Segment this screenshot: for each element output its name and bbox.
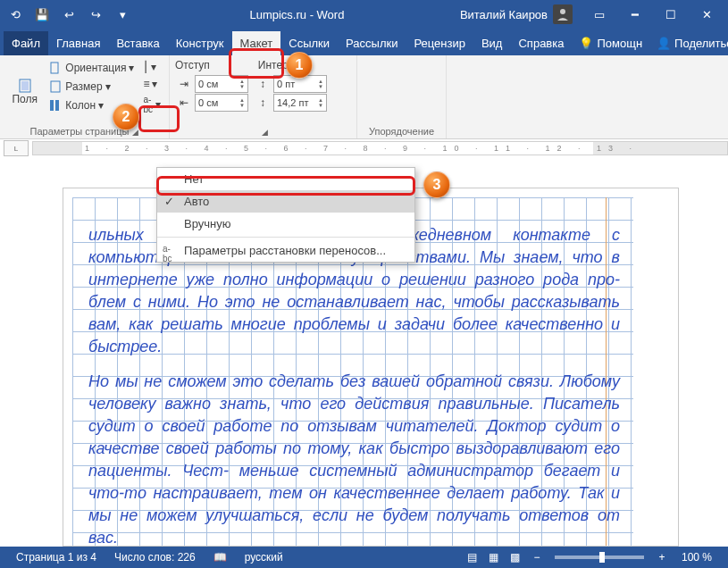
chevron-down-icon: ▾ [105,80,111,93]
paragraph-2: Но мы не сможем это сделать без вашей об… [88,371,620,547]
margins-icon [18,79,32,93]
indent-right-input[interactable]: 0 см▲▼ [195,94,248,112]
window-title: Lumpics.ru - Word [134,8,460,21]
tab-layout[interactable]: Макет [232,31,281,55]
space-before-icon: ↕ [254,78,272,90]
callout-3: 3 [423,171,450,198]
breaks-icon: ⎮ [143,61,148,73]
page-setup-label: Параметры страницы [30,126,130,137]
linenum-icon: ≡ [143,78,149,90]
columns-label: Колон [65,99,96,112]
svg-rect-5 [55,100,59,111]
space-after-icon: ↕ [254,96,272,109]
menu-auto[interactable]: ✓Авто [157,190,414,213]
view-print-icon[interactable]: ▦ [483,548,505,566]
minimize-icon[interactable]: ━ [617,0,653,29]
svg-rect-1 [21,81,29,90]
tell-me[interactable]: 💡Помощн [572,31,649,55]
paragraph-launcher[interactable]: ◢ [258,128,268,137]
bulb-icon: 💡 [579,37,593,50]
menu-options-label: Параметры расстановки переносов... [184,244,386,257]
orientation-button[interactable]: Ориентация▾ [46,59,137,77]
indent-right-value: 0 см [198,97,218,108]
arrange-label: Упорядочение [363,124,440,137]
callout-1: 1 [286,52,313,79]
tab-design[interactable]: Конструк [168,31,232,55]
hyphen-icon: a-bc [143,95,153,114]
tab-references[interactable]: Ссылки [280,31,338,55]
tab-insert[interactable]: Вставка [108,31,167,55]
menu-options[interactable]: a-bcПараметры расстановки переносов... [157,239,414,262]
user-name: Виталий Каиров [460,8,548,21]
chevron-down-icon: ▾ [98,99,104,112]
size-label: Размер [65,80,102,93]
margins-button[interactable]: Поля [5,59,44,124]
status-words[interactable]: Число слов: 226 [105,551,205,564]
chevron-down-icon: ▾ [129,62,134,74]
indent-right-icon: ⇤ [175,96,193,109]
tab-view[interactable]: Вид [473,31,511,55]
space-after-value: 14,2 пт [277,97,308,108]
share-icon: 👤 [657,37,671,50]
hyphenation-button[interactable]: a-bc▾ [140,93,163,116]
margins-label: Поля [12,93,38,105]
tell-label: Помощн [597,37,642,50]
undo-icon[interactable]: ↩ [57,3,80,26]
tab-selector[interactable]: L [4,140,29,156]
zoom-level[interactable]: 100 % [673,551,721,564]
svg-rect-4 [50,100,54,111]
orientation-label: Ориентация [65,62,126,74]
close-icon[interactable]: ✕ [689,0,724,29]
columns-icon [48,98,63,113]
tab-home[interactable]: Главная [48,31,108,55]
indent-left-input[interactable]: 0 см▲▼ [195,75,248,93]
hyphenation-menu: Нет ✓Авто Вручную a-bcПараметры расстано… [156,167,415,263]
tab-help[interactable]: Справка [510,31,572,55]
share-button[interactable]: 👤Поделиться [649,31,728,55]
hyphen-options-icon: a-bc [163,244,172,263]
tab-mailings[interactable]: Рассылки [338,31,406,55]
menu-manual-label: Вручную [184,217,230,230]
line-numbers-button[interactable]: ≡▾ [140,76,163,92]
tab-review[interactable]: Рецензир [406,31,473,55]
maximize-icon[interactable]: ☐ [653,0,689,29]
menu-none-label: Нет [184,172,204,186]
autosave-icon[interactable]: ⟲ [4,3,27,26]
zoom-out-icon[interactable]: − [526,548,548,566]
indent-left-value: 0 см [198,79,218,89]
status-proof[interactable]: 📖 [205,551,236,564]
ribbon-options-icon[interactable]: ▭ [582,0,617,29]
zoom-in-icon[interactable]: + [651,548,673,566]
redo-icon[interactable]: ↪ [84,3,107,26]
document-text[interactable]: ильных идей помогать вам в ежедневном ко… [88,224,620,547]
view-web-icon[interactable]: ▩ [505,548,526,566]
zoom-slider[interactable] [555,555,644,559]
qat-customize-icon[interactable]: ▾ [111,3,134,26]
tab-file[interactable]: Файл [4,31,48,55]
breaks-button[interactable]: ⎮▾ [140,59,163,75]
status-page[interactable]: Страница 1 из 4 [7,551,105,564]
share-label: Поделиться [674,37,728,50]
orientation-icon [48,61,63,75]
view-read-icon[interactable]: ▤ [462,548,483,566]
menu-auto-label: Авто [184,195,209,208]
save-icon[interactable]: 💾 [30,3,54,26]
check-icon: ✓ [164,195,174,208]
avatar[interactable] [553,4,573,24]
menu-none[interactable]: Нет [157,168,414,190]
space-before-value: 0 пт [277,79,295,89]
size-button[interactable]: Размер▾ [46,78,137,96]
svg-rect-2 [51,63,58,73]
callout-2: 2 [113,104,139,130]
size-icon [48,79,63,94]
indent-left-icon: ⇥ [175,78,193,90]
indent-header: Отступ [175,59,210,71]
horizontal-ruler[interactable]: 1 · 2 · 3 · 4 · 5 · 6 · 7 · 8 · 9 · 10 ·… [32,141,728,155]
svg-rect-3 [51,81,60,92]
menu-manual[interactable]: Вручную [157,213,414,235]
status-language[interactable]: русский [236,551,292,564]
space-after-input[interactable]: 14,2 пт▲▼ [273,94,327,112]
